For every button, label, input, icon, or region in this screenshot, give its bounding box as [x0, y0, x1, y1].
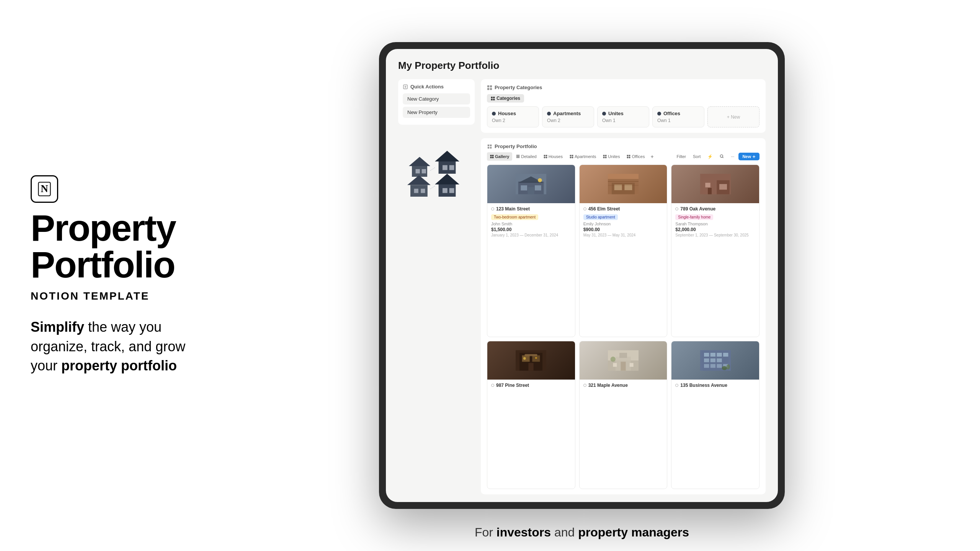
svg-line-22 — [430, 186, 435, 189]
new-entry-button[interactable]: New — [738, 153, 760, 160]
svg-rect-15 — [414, 189, 418, 193]
portfolio-toolbar-row: Gallery Detailed Houses — [487, 152, 760, 161]
sidebar-quick-actions: Quick Actions New Category New Property — [398, 79, 475, 125]
portfolio-tabs: Gallery Detailed Houses — [487, 152, 656, 161]
svg-rect-103 — [723, 353, 728, 357]
category-unites: Unites Own 1 — [597, 106, 649, 127]
property-name-2: 456 Elm Street — [588, 206, 620, 212]
property-image-3 — [671, 165, 759, 203]
property-categories-header: Property Categories — [487, 85, 760, 90]
svg-rect-92 — [619, 353, 627, 358]
svg-rect-79 — [719, 184, 727, 190]
svg-text:N: N — [41, 183, 48, 195]
svg-rect-19 — [443, 188, 448, 193]
property-name-5: 321 Maple Avenue — [588, 383, 628, 388]
offices-label: Offices — [663, 111, 680, 116]
property-card-6: 135 Business Avenue — [671, 341, 760, 489]
filter-button[interactable]: Filter — [674, 153, 689, 160]
svg-point-88 — [535, 357, 537, 359]
svg-rect-105 — [710, 358, 715, 362]
property-info-2: 456 Elm Street Studio apartment Emily Jo… — [580, 203, 667, 240]
svg-rect-104 — [704, 358, 709, 362]
app-content: My Property Portfolio Quick Actions New … — [386, 49, 778, 502]
svg-point-96 — [611, 357, 616, 362]
svg-rect-24 — [490, 85, 492, 87]
svg-rect-34 — [490, 147, 492, 148]
tab-houses[interactable]: Houses — [541, 152, 566, 161]
svg-rect-46 — [570, 155, 572, 156]
svg-rect-23 — [487, 85, 489, 87]
svg-rect-29 — [491, 99, 493, 100]
svg-rect-102 — [717, 353, 722, 357]
svg-rect-54 — [627, 155, 629, 156]
sort-button[interactable]: Sort — [690, 153, 703, 160]
search-button[interactable] — [717, 153, 727, 160]
svg-rect-43 — [546, 155, 547, 156]
unites-label: Unites — [608, 111, 624, 116]
svg-rect-28 — [493, 96, 495, 98]
add-category-button[interactable]: + New — [707, 106, 760, 127]
property-info-3: 789 Oak Avenue Single-family home Sarah … — [671, 203, 759, 240]
houses-dot — [492, 112, 496, 116]
right-panel: My Property Portfolio Quick Actions New … — [214, 23, 949, 528]
svg-rect-7 — [416, 169, 420, 173]
svg-rect-33 — [488, 147, 489, 148]
tab-apartments[interactable]: Apartments — [567, 152, 599, 161]
svg-rect-44 — [544, 157, 545, 158]
apartments-label: Apartments — [553, 111, 581, 116]
tablet-frame: My Property Portfolio Quick Actions New … — [379, 42, 785, 509]
tab-unites[interactable]: Unites — [600, 152, 623, 161]
property-tag-1: Two-bedroom apartment — [491, 214, 538, 220]
tab-detailed[interactable]: Detailed — [513, 152, 539, 161]
tab-gallery[interactable]: Gallery — [487, 152, 512, 161]
property-card-2: 456 Elm Street Studio apartment Emily Jo… — [579, 165, 668, 337]
gallery-grid: 123 Main Street Two-bedroom apartment Jo… — [487, 165, 760, 489]
svg-point-111 — [722, 366, 727, 370]
main-content: Property Categories Categories — [481, 79, 766, 494]
category-houses: Houses Own 2 — [487, 106, 539, 127]
left-panel: N Property Portfolio Notion Template Sim… — [31, 175, 214, 375]
svg-rect-35 — [490, 155, 492, 156]
property-dates-3: September 1, 2023 — September 30, 2025 — [675, 233, 755, 237]
tab-add[interactable]: + — [648, 152, 655, 161]
bottom-tagline: For investors and property managers — [475, 525, 689, 540]
tab-offices[interactable]: Offices — [624, 152, 648, 161]
property-info-4: 987 Pine Street — [487, 380, 575, 393]
svg-rect-47 — [572, 155, 573, 156]
svg-rect-37 — [490, 157, 492, 158]
categories-tabs-bar: Categories — [487, 94, 760, 103]
svg-rect-52 — [603, 157, 605, 158]
property-name-6: 135 Business Avenue — [680, 383, 727, 388]
property-price-1: $1,500.00 — [491, 227, 571, 232]
svg-rect-8 — [422, 169, 426, 173]
new-category-button[interactable]: New Category — [403, 93, 470, 104]
lightning-button[interactable]: ⚡ — [705, 153, 715, 160]
svg-rect-16 — [421, 189, 425, 193]
svg-rect-40 — [516, 156, 520, 157]
categories-tab[interactable]: Categories — [487, 94, 524, 103]
svg-rect-95 — [630, 363, 634, 367]
svg-rect-26 — [490, 88, 492, 90]
property-image-5 — [580, 341, 667, 380]
offices-count: Own 1 — [657, 118, 699, 123]
svg-rect-51 — [605, 155, 607, 156]
svg-rect-38 — [492, 157, 494, 158]
property-categories-section: Property Categories Categories — [481, 79, 766, 133]
property-circle-3 — [675, 207, 678, 210]
property-card-5: 321 Maple Avenue — [579, 341, 668, 489]
svg-line-21 — [430, 168, 435, 171]
property-image-6 — [671, 341, 759, 380]
property-owner-3: Sarah Thompson — [675, 222, 755, 226]
svg-rect-30 — [493, 99, 495, 100]
svg-rect-85 — [525, 354, 537, 356]
more-button[interactable]: ··· — [728, 153, 737, 160]
property-circle-4 — [491, 384, 494, 387]
svg-point-112 — [726, 364, 730, 369]
apartments-count: Own 2 — [547, 118, 589, 123]
property-managers-text: property managers — [578, 525, 689, 539]
new-property-button[interactable]: New Property — [403, 107, 470, 118]
unites-dot — [602, 112, 606, 116]
categories-grid: Houses Own 2 Apartments — [487, 106, 760, 127]
houses-illustration — [406, 145, 467, 206]
svg-rect-48 — [570, 157, 572, 158]
